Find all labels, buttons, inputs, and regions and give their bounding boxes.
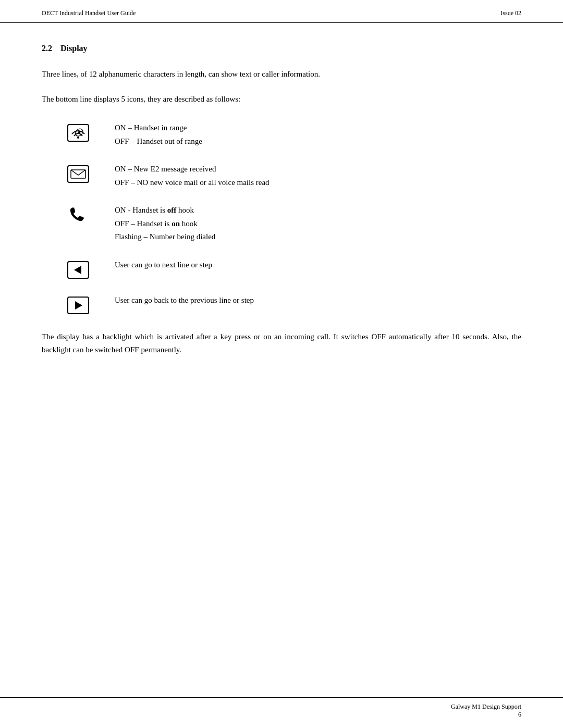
icon-row-nav-back: User can go to next line or step [42,258,521,279]
paragraph-3: The display has a backlight which is act… [42,330,521,357]
svg-marker-8 [75,301,82,310]
wifi-icon-cell: ⦿ [42,121,115,142]
phone-off-bold: on [172,219,180,228]
envelope-off-text: OFF – NO new voice mail or all voice mai… [115,176,521,190]
svg-marker-6 [74,266,81,274]
nav-back-icon-desc: User can go to next line or step [115,258,521,272]
header-title: DECT Industrial Handset User Guide [42,9,136,17]
section-title-text: Display [60,44,88,53]
wifi-off-text: OFF – Handset out of range [115,135,521,149]
icon-row-phone: ON - Handset is off hook OFF – Handset i… [42,204,521,244]
main-content: 2.2 Display Three lines, of 12 alphanume… [0,23,563,410]
icons-section: ⦿ ON – Handset in range OFF – Handset ou… [42,121,521,315]
nav-forward-icon-desc: User can go back to the previous line or… [115,294,521,307]
envelope-icon [67,165,90,183]
phone-on-bold: off [167,206,177,214]
paragraph-1: Three lines, of 12 alphanumeric characte… [42,68,521,81]
nav-forward-icon-cell [42,294,115,315]
phone-flash-text: Flashing – Number being dialed [115,230,521,244]
page-header: DECT Industrial Handset User Guide Issue… [0,0,563,23]
phone-icon [67,206,90,225]
header-issue: Issue 02 [500,9,521,17]
section-number: 2.2 [42,44,52,53]
nav-forward-text: User can go back to the previous line or… [115,294,521,307]
wifi-on-text: ON – Handset in range [115,121,521,135]
icon-row-nav-forward: User can go back to the previous line or… [42,294,521,315]
footer-company: Galway M1 Design Support [451,703,521,711]
phone-off-text: OFF – Handset is on hook [115,217,521,231]
footer-page-number: 6 [518,711,521,719]
wifi-icon-desc: ON – Handset in range OFF – Handset out … [115,121,521,148]
envelope-icon-desc: ON – New E2 message received OFF – NO ne… [115,163,521,189]
phone-on-text: ON - Handset is off hook [115,204,521,217]
nav-back-icon [67,261,90,279]
nav-back-text: User can go to next line or step [115,258,521,272]
svg-point-2 [77,137,79,139]
wifi-icon: ⦿ [67,124,90,142]
svg-text:⦿: ⦿ [74,128,83,138]
page: DECT Industrial Handset User Guide Issue… [0,0,563,728]
phone-icon-desc: ON - Handset is off hook OFF – Handset i… [115,204,521,244]
paragraph-2: The bottom line displays 5 icons, they a… [42,93,521,106]
icon-row-envelope: ON – New E2 message received OFF – NO ne… [42,163,521,189]
icon-row-wifi: ⦿ ON – Handset in range OFF – Handset ou… [42,121,521,148]
envelope-icon-cell [42,163,115,183]
envelope-on-text: ON – New E2 message received [115,163,521,176]
nav-back-icon-cell [42,258,115,279]
section-heading: 2.2 Display [42,44,521,53]
phone-icon-cell [42,204,115,225]
page-footer: Galway M1 Design Support 6 [0,697,563,728]
nav-forward-icon [67,296,90,315]
